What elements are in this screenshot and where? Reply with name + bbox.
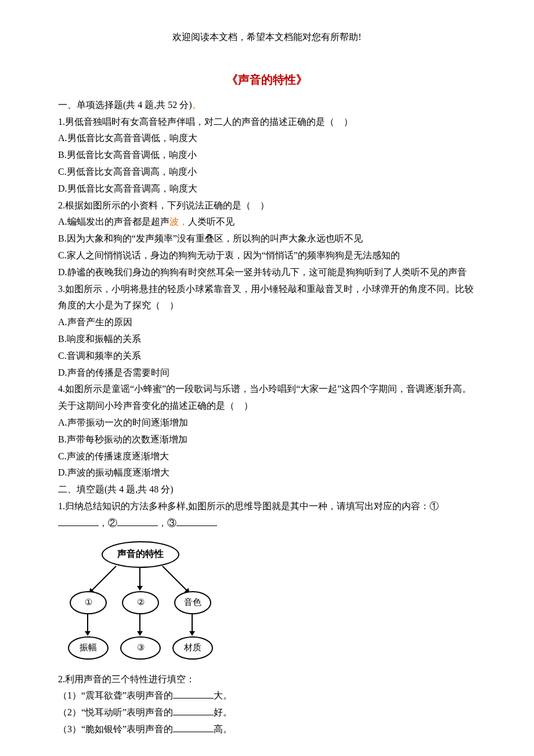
s2-q2-3: （3）“脆如银铃”表明声音的高。 bbox=[58, 721, 476, 738]
q2-a-prefix: A.蝙蝠发出的声音都是超声 bbox=[58, 217, 169, 226]
q3-option-a: A.声音产生的原因 bbox=[58, 314, 476, 331]
blank-2 bbox=[117, 516, 158, 526]
diagram-top-node: 声音的特性 bbox=[102, 541, 179, 568]
q1-option-d: D.男低音比女高音音调高，响度大 bbox=[58, 181, 476, 197]
diagram-mid-3: 音色 bbox=[174, 591, 211, 614]
q3-stem: 3.如图所示，小明将悬挂的轻质小球紧靠音叉，用小锤轻敲和重敲音叉时，小球弹开的角… bbox=[58, 281, 476, 315]
orange-dot: 。 bbox=[192, 100, 201, 110]
s2-q2-1a: （1）“震耳欲聋”表明声音的 bbox=[58, 690, 173, 700]
page-header: 欢迎阅读本文档，希望本文档能对您有所帮助! bbox=[58, 29, 476, 46]
s2-q2-2b: 好。 bbox=[214, 707, 232, 717]
blank-5 bbox=[173, 705, 214, 715]
document-title: 《声音的特性》 bbox=[58, 69, 476, 90]
blank-6 bbox=[173, 722, 214, 732]
q2-option-b: B.因为大象和狗的“发声频率”没有重叠区，所以狗的叫声大象永远也听不见 bbox=[58, 231, 476, 247]
orange-dot: 波， bbox=[169, 217, 188, 226]
arrow-line bbox=[139, 567, 140, 590]
q3-option-b: B.响度和振幅的关系 bbox=[58, 331, 476, 348]
blank-4 bbox=[173, 689, 214, 699]
s2-q1-prefix: 1.归纳总结知识的方法多种多样,如图所示的思维导图就是其中一种，请填写出对应的内… bbox=[58, 501, 439, 511]
arrow-line bbox=[162, 566, 189, 593]
s2-q1-sep2: ，③ bbox=[158, 518, 176, 528]
s2-q2-2a: （2）“悦耳动听”表明声音的 bbox=[58, 707, 173, 717]
arrow-line bbox=[87, 613, 88, 635]
section-1-heading-text: 一、单项选择题(共 4 题,共 52 分) bbox=[58, 100, 192, 110]
section-2-heading: 二、填空题(共 4 题,共 48 分) bbox=[58, 481, 476, 498]
blank-3 bbox=[176, 516, 217, 526]
q4-stem: 4.如图所示是童谣“小蜂蜜”的一段歌词与乐谱，当小玲唱到“大家一起”这四个字期间… bbox=[58, 381, 476, 415]
q1-stem: 1.男低音独唱时有女高音轻声伴唱，对二人的声音的描述正确的是（ ） bbox=[58, 114, 476, 131]
s2-q2-head: 2.利用声音的三个特性进行填空： bbox=[58, 671, 476, 688]
q3-option-d: D.声音的传播是否需要时间 bbox=[58, 365, 476, 381]
q3-b-prefix: B.响度和振幅 bbox=[58, 334, 113, 344]
q4-option-b: B.声带每秒振动的次数逐渐增加 bbox=[58, 431, 476, 448]
q1-option-b: B.男低音比女高音音调低，响度小 bbox=[58, 147, 476, 164]
s2-q2-3b: 高。 bbox=[214, 724, 232, 734]
blank-1 bbox=[58, 516, 99, 526]
q1-option-c: C.男低音比女高音音调高，响度小 bbox=[58, 164, 476, 181]
mind-map-diagram: 声音的特性 ① ② 音色 振幅 ③ 材质 bbox=[58, 538, 221, 665]
arrow-line bbox=[139, 613, 140, 635]
s2-q2-1b: 大。 bbox=[214, 690, 232, 700]
q4-option-d: D.声波的振动幅度逐渐增大 bbox=[58, 465, 476, 481]
q2-a-suffix: 人类听不见 bbox=[188, 217, 234, 226]
diagram-bot-2: ③ bbox=[120, 636, 161, 660]
q3-b-suffix: 的关系 bbox=[113, 334, 141, 344]
s2-q1: 1.归纳总结知识的方法多种多样,如图所示的思维导图就是其中一种，请填写出对应的内… bbox=[58, 498, 476, 532]
diagram-bot-1: 振幅 bbox=[68, 636, 109, 660]
diagram-mid-2: ② bbox=[122, 591, 159, 614]
section-1-heading: 一、单项选择题(共 4 题,共 52 分)。 bbox=[58, 97, 476, 114]
q1-option-a: A.男低音比女高音音调低，响度大 bbox=[58, 130, 476, 147]
arrow-line bbox=[89, 566, 116, 593]
arrow-line bbox=[192, 613, 193, 635]
diagram-mid-1: ① bbox=[70, 591, 107, 614]
q4-option-c: C.声波的传播速度逐渐增大 bbox=[58, 448, 476, 465]
q2-stem: 2.根据如图所示的小资料，下列说法正确的是（ ） bbox=[58, 197, 476, 214]
q2-option-d: D.静谧的夜晚我们身边的狗狗有时突然耳朵一竖并转动几下，这可能是狗狗听到了人类听… bbox=[58, 264, 476, 281]
q2-option-c: C.家人之间悄悄说话，身边的狗狗无动于衷，因为“悄悄话”的频率狗狗是无法感知的 bbox=[58, 247, 476, 264]
q3-option-c: C.音调和频率的关系 bbox=[58, 348, 476, 365]
s2-q1-sep1: ，② bbox=[99, 518, 117, 528]
s2-q2-1: （1）“震耳欲聋”表明声音的大。 bbox=[58, 687, 476, 704]
diagram-bot-3: 材质 bbox=[172, 636, 213, 660]
s2-q2-2: （2）“悦耳动听”表明声音的好。 bbox=[58, 704, 476, 721]
q4-option-a: A.声带振动一次的时间逐渐增加 bbox=[58, 415, 476, 431]
q2-option-a: A.蝙蝠发出的声音都是超声波，人类听不见 bbox=[58, 214, 476, 231]
s2-q2-3a: （3）“脆如银铃”表明声音的 bbox=[58, 724, 173, 734]
